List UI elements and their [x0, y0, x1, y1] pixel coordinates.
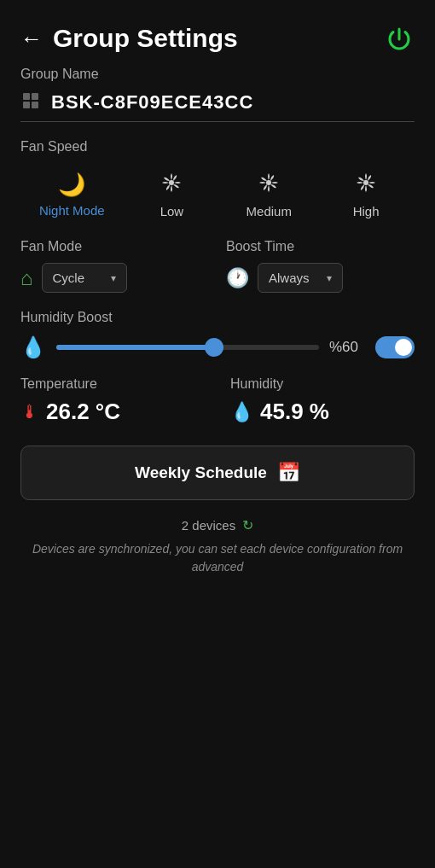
- fan-medium-icon: [256, 170, 281, 199]
- humidity-label: Humidity: [230, 376, 415, 392]
- fan-low-icon: [159, 170, 184, 199]
- page-title: Group Settings: [53, 24, 238, 53]
- boost-time-row: 🕐 Always ▾: [226, 263, 415, 293]
- humidity-slider-fill: [56, 345, 214, 350]
- humidity-col: Humidity 💧 45.9 %: [230, 376, 415, 425]
- power-icon: [384, 24, 415, 55]
- humidity-boost-label: Humidity Boost: [20, 310, 415, 325]
- fan-mode-chevron-icon: ▾: [111, 272, 116, 284]
- humidity-slider-track[interactable]: [56, 345, 319, 350]
- fan-speed-high-label: High: [353, 204, 380, 218]
- temperature-value-row: 🌡 26.2 °C: [20, 399, 205, 425]
- humidity-drop-icon: 💧: [230, 401, 253, 423]
- fan-speed-medium[interactable]: Medium: [239, 170, 299, 218]
- fan-speed-high[interactable]: High: [336, 170, 396, 218]
- devices-count: 2 devices: [182, 518, 235, 533]
- temperature-label: Temperature: [20, 376, 205, 392]
- header: ← Group Settings: [0, 0, 435, 67]
- boost-time-dropdown[interactable]: Always ▾: [258, 263, 343, 293]
- boost-time-selected: Always: [269, 271, 320, 285]
- grid-icon: [20, 90, 41, 114]
- devices-row: 2 devices ↻: [0, 517, 435, 533]
- group-name-value: BSK-C8F09ECE43CC: [51, 91, 253, 114]
- humidity-slider-row: 💧 %60: [20, 335, 415, 359]
- water-drop-icon: 💧: [20, 335, 46, 359]
- clock-icon: 🕐: [226, 267, 249, 289]
- toggle-knob: [395, 339, 412, 356]
- boost-time-label: Boost Time: [226, 239, 415, 254]
- humidity-slider-value: %60: [329, 339, 365, 356]
- svg-rect-2: [23, 102, 30, 108]
- fan-speed-night-label: Night Mode: [39, 203, 105, 218]
- refresh-icon[interactable]: ↻: [242, 517, 253, 533]
- fan-mode-dropdown[interactable]: Cycle ▾: [42, 263, 127, 293]
- group-name-row: BSK-C8F09ECE43CC: [20, 90, 415, 122]
- temp-humid-row: Temperature 🌡 26.2 °C Humidity 💧 45.9 %: [20, 376, 415, 425]
- humidity-slider-thumb[interactable]: [205, 338, 223, 357]
- thermometer-icon: 🌡: [20, 401, 39, 423]
- humidity-boost-section: Humidity Boost 💧 %60: [0, 310, 435, 359]
- fan-speed-medium-label: Medium: [246, 204, 292, 218]
- svg-rect-3: [32, 102, 38, 108]
- fan-mode-selected: Cycle: [53, 271, 104, 285]
- temperature-col: Temperature 🌡 26.2 °C: [20, 376, 205, 425]
- group-name-label: Group Name: [20, 67, 415, 82]
- fan-speed-row: 🌙 Night Mode Low: [20, 163, 415, 222]
- weekly-schedule-label: Weekly Schedule: [135, 463, 267, 482]
- group-name-section: Group Name BSK-C8F09ECE43CC: [0, 67, 435, 122]
- calendar-icon: 📅: [277, 462, 300, 484]
- back-button[interactable]: ←: [20, 26, 43, 52]
- fan-speed-low[interactable]: Low: [142, 170, 201, 218]
- weekly-schedule-button[interactable]: Weekly Schedule 📅: [20, 446, 415, 500]
- humidity-toggle[interactable]: [375, 336, 415, 358]
- temperature-value: 26.2 °C: [46, 399, 120, 425]
- fan-speed-section: Fan Speed 🌙 Night Mode: [0, 139, 435, 222]
- boost-time-chevron-icon: ▾: [327, 272, 332, 284]
- sync-message: Devices are synchronized, you can set ea…: [0, 540, 435, 576]
- moon-icon: 🌙: [58, 172, 85, 198]
- home-fan-icon: ⌂: [20, 266, 33, 290]
- temp-humid-section: Temperature 🌡 26.2 °C Humidity 💧 45.9 %: [0, 376, 435, 425]
- fan-mode-label: Fan Mode: [20, 239, 209, 254]
- fan-high-icon: [353, 170, 379, 199]
- fan-speed-low-label: Low: [160, 204, 184, 218]
- humidity-value-row: 💧 45.9 %: [230, 399, 415, 425]
- fan-mode-boost-row: Fan Mode ⌂ Cycle ▾ Boost Time 🕐 Always ▾: [0, 239, 435, 293]
- power-button[interactable]: [384, 24, 415, 55]
- svg-rect-0: [23, 93, 30, 100]
- fan-mode-row: ⌂ Cycle ▾: [20, 263, 209, 293]
- fan-speed-night[interactable]: 🌙 Night Mode: [39, 172, 105, 218]
- humidity-value: 45.9 %: [260, 399, 329, 425]
- fan-speed-label: Fan Speed: [20, 139, 415, 154]
- boost-time-col: Boost Time 🕐 Always ▾: [226, 239, 415, 293]
- grid-squares-icon: [20, 90, 41, 111]
- svg-rect-1: [32, 93, 38, 100]
- fan-mode-col: Fan Mode ⌂ Cycle ▾: [20, 239, 209, 293]
